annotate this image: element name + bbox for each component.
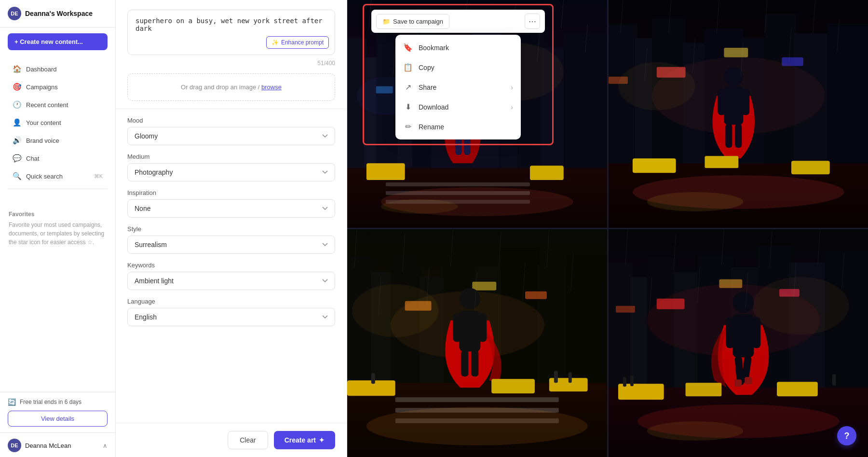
save-campaign-label: Save to campaign <box>393 18 443 25</box>
svg-rect-136 <box>615 306 635 313</box>
favorites-description: Favorite your most used campaigns, docum… <box>9 221 107 247</box>
keywords-select[interactable]: Ambient lightHigh contrastBokehDramatic <box>127 272 335 290</box>
download-item[interactable]: ⬇ Download › <box>395 97 521 117</box>
sidebar-item-campaigns[interactable]: 🎯 Campaigns <box>4 78 111 96</box>
medium-select[interactable]: PhotographyPaintingDigital ArtSketch <box>127 163 335 181</box>
campaigns-icon: 🎯 <box>13 83 21 91</box>
inspiration-select[interactable]: NoneAbstractModernClassic <box>127 199 335 218</box>
user-row[interactable]: DE Deanna McLean ∧ <box>0 432 115 457</box>
enhance-icon: ✨ <box>271 39 279 46</box>
svg-point-61 <box>647 192 743 211</box>
bookmark-icon: 🔖 <box>403 43 413 52</box>
user-name: Deanna McLean <box>25 442 71 449</box>
svg-rect-108 <box>491 379 535 393</box>
keywords-field: Keywords Ambient lightHigh contrastBokeh… <box>127 262 335 290</box>
rename-item[interactable]: ✏ Rename <box>395 117 521 137</box>
svg-point-143 <box>732 292 754 313</box>
svg-point-102 <box>459 288 480 309</box>
more-options-button[interactable]: ⋯ <box>525 14 540 29</box>
sidebar-item-label: Chat <box>26 155 39 162</box>
prompt-area: superhero on a busy, wet new york street… <box>127 10 335 55</box>
chat-icon: 💬 <box>13 154 21 163</box>
svg-rect-31 <box>366 163 405 180</box>
your-content-icon: 👤 <box>13 118 21 127</box>
view-details-button[interactable]: View details <box>8 411 108 427</box>
sidebar-nav: 🏠 Dashboard 🎯 Campaigns 🕐 Recent content… <box>0 56 115 206</box>
svg-rect-54 <box>724 48 748 57</box>
svg-point-141 <box>647 421 743 441</box>
user-info: DE Deanna McLean <box>8 439 71 452</box>
sidebar-item-your-content[interactable]: 👤 Your content <box>4 114 111 131</box>
main-panel: superhero on a busy, wet new york street… <box>116 0 347 457</box>
bookmark-item[interactable]: 🔖 Bookmark <box>395 38 521 57</box>
svg-rect-24 <box>386 200 530 204</box>
action-bar: Clear Create art ✦ <box>116 423 347 457</box>
svg-rect-23 <box>386 191 530 195</box>
copy-item[interactable]: 📋 Copy <box>395 57 521 77</box>
sidebar-item-dashboard[interactable]: 🏠 Dashboard <box>4 60 111 78</box>
quick-search-shortcut: ⌘K <box>94 173 103 180</box>
search-icon: 🔍 <box>13 172 21 180</box>
trial-text: Free trial ends in 6 days <box>20 399 81 405</box>
gallery-image-2[interactable] <box>609 0 868 228</box>
sidebar-item-quick-search[interactable]: 🔍 Quick search ⌘K <box>4 167 111 185</box>
svg-rect-111 <box>554 371 558 383</box>
sidebar-item-chat[interactable]: 💬 Chat <box>4 150 111 167</box>
save-to-campaign-button[interactable]: 📁 Save to campaign <box>376 14 449 29</box>
gallery-panel: 📁 Save to campaign ⋯ 🔖 Bookmark 📋 Copy ↗… <box>347 0 868 457</box>
recent-content-icon: 🕐 <box>13 100 21 109</box>
sidebar-item-recent-content[interactable]: 🕐 Recent content <box>4 96 111 113</box>
share-arrow-icon: › <box>511 83 513 91</box>
sidebar-footer: 🔄 Free trial ends in 6 days View details <box>0 392 115 432</box>
context-dropdown: 🔖 Bookmark 📋 Copy ↗ Share › ⬇ Download › <box>395 35 521 139</box>
svg-rect-154 <box>630 375 633 386</box>
download-label: Download <box>419 103 448 111</box>
gallery-image-3[interactable] <box>347 229 607 457</box>
trial-icon: 🔄 <box>8 398 16 406</box>
upload-area[interactable]: Or drag and drop an image / browse <box>127 73 335 101</box>
sidebar-item-label: Campaigns <box>26 83 58 91</box>
enhance-prompt-button[interactable]: ✨ Enhance prompt <box>266 36 329 49</box>
download-icon: ⬇ <box>403 102 413 111</box>
svg-point-95 <box>352 284 439 337</box>
svg-rect-97 <box>395 397 559 402</box>
mood-select[interactable]: GloomyHappyDarkBrightMysterious <box>127 127 335 145</box>
sidebar-item-label: Your content <box>26 119 61 126</box>
create-art-button[interactable]: Create art ✦ <box>274 431 335 449</box>
sidebar-item-label: Brand voice <box>26 137 59 144</box>
help-button[interactable]: ? <box>837 426 856 445</box>
copy-icon: 📋 <box>403 63 413 72</box>
dashboard-icon: 🏠 <box>13 65 21 73</box>
char-count: 51/400 <box>127 60 335 67</box>
context-menu-container: 📁 Save to campaign ⋯ 🔖 Bookmark 📋 Copy ↗… <box>371 10 545 139</box>
mood-label: Mood <box>127 117 335 124</box>
svg-rect-105 <box>461 350 468 376</box>
share-item[interactable]: ↗ Share › <box>395 77 521 97</box>
clear-button[interactable]: Clear <box>228 431 268 449</box>
sidebar-item-brand-voice[interactable]: 🔊 Brand voice <box>4 132 111 149</box>
trial-notice: 🔄 Free trial ends in 6 days <box>8 398 108 406</box>
share-icon: ↗ <box>403 83 413 92</box>
language-field: Language EnglishSpanishFrenchGerman <box>127 298 335 326</box>
svg-rect-32 <box>530 166 564 180</box>
svg-rect-22 <box>386 182 530 186</box>
svg-rect-145 <box>752 317 760 348</box>
copy-label: Copy <box>419 64 434 71</box>
sidebar-item-label: Dashboard <box>26 66 57 73</box>
gallery-image-4[interactable] <box>609 229 868 457</box>
save-campaign-icon: 📁 <box>382 18 390 25</box>
style-select[interactable]: SurrealismRealismImpressionismAbstract <box>127 235 335 254</box>
browse-link[interactable]: browse <box>261 83 282 91</box>
svg-rect-92 <box>472 282 496 291</box>
language-label: Language <box>127 298 335 305</box>
create-art-icon: ✦ <box>319 436 325 444</box>
share-label: Share <box>419 83 436 91</box>
svg-rect-104 <box>478 313 487 342</box>
svg-rect-110 <box>371 373 375 384</box>
create-new-content-button[interactable]: + Create new content... <box>8 33 108 50</box>
language-select[interactable]: EnglishSpanishFrenchGerman <box>127 308 335 326</box>
svg-rect-68 <box>632 158 676 173</box>
svg-rect-106 <box>471 350 478 376</box>
context-menu-bar: 📁 Save to campaign ⋯ <box>371 10 545 33</box>
svg-point-58 <box>618 62 695 111</box>
